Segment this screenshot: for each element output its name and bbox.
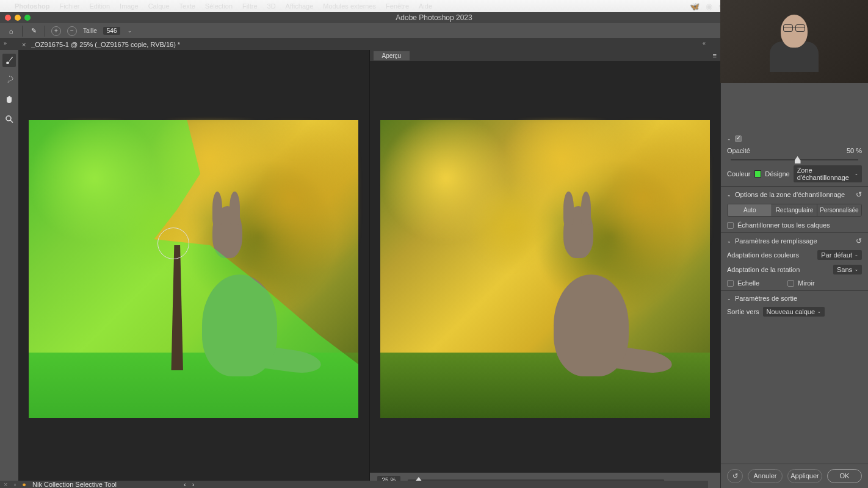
- window-close-button[interactable]: [5, 15, 11, 21]
- status-bullet-icon: ●: [22, 481, 26, 488]
- preview-menu-icon[interactable]: ≡: [713, 52, 720, 59]
- seg-rect-button[interactable]: Rectangulaire: [772, 204, 817, 216]
- scale-checkbox[interactable]: [727, 280, 734, 287]
- reset-fill-icon[interactable]: ↺: [856, 237, 862, 245]
- chevron-down-icon: ⌄: [727, 136, 731, 142]
- menu-edition[interactable]: Edition: [89, 2, 110, 10]
- status-plugin-label: Nik Collection Selective Tool: [32, 481, 117, 488]
- size-dropdown-icon[interactable]: ⌄: [128, 28, 132, 34]
- main-area: Aperçu ≡ 25 % Re ≡ ⌄ Opacité 50 %: [0, 50, 868, 488]
- status-close-icon[interactable]: ×: [4, 481, 7, 488]
- status-bar: × ▫ ● Nik Collection Selective Tool ‹ ›: [0, 481, 708, 488]
- chevron-down-icon: ⌄: [855, 267, 858, 272]
- reset-sampling-icon[interactable]: ↺: [856, 190, 862, 199]
- menu-fichier[interactable]: Fichier: [59, 2, 79, 10]
- chevron-down-icon: ⌄: [727, 296, 731, 301]
- status-butterfly-icon[interactable]: 🦋: [690, 2, 700, 11]
- menu-selection[interactable]: Sélection: [205, 2, 233, 10]
- mirror-label: Miroir: [798, 279, 815, 287]
- apply-button[interactable]: Appliquer: [787, 469, 822, 483]
- color-swatch[interactable]: [754, 170, 762, 178]
- opacity-value[interactable]: 50 %: [847, 147, 862, 154]
- opacity-slider[interactable]: [731, 159, 858, 160]
- overlay-section-header[interactable]: ⌄: [721, 133, 868, 145]
- chevron-down-icon: ⌄: [817, 309, 821, 314]
- tab-close-icon[interactable]: ×: [22, 41, 26, 48]
- chevron-down-icon: ⌄: [855, 171, 858, 176]
- fill-section-header[interactable]: ⌄ Paramètres de remplissage ↺: [721, 234, 868, 248]
- window-minimize-button[interactable]: [15, 15, 21, 21]
- canvas-area: Aperçu ≡ 25 %: [18, 50, 720, 488]
- menu-3d[interactable]: 3D: [267, 2, 276, 10]
- menu-image[interactable]: Image: [120, 2, 139, 10]
- menu-calque[interactable]: Calque: [148, 2, 170, 10]
- canvas-preview[interactable]: Aperçu ≡ 25 %: [369, 50, 721, 488]
- separator: [45, 26, 45, 37]
- rotation-adapt-label: Adaptation de la rotation: [727, 266, 800, 273]
- flyout-right-icon[interactable]: «: [703, 40, 706, 46]
- menu-app-name[interactable]: Photoshop: [15, 2, 49, 10]
- window-maximize-button[interactable]: [24, 15, 31, 21]
- menu-fenetre[interactable]: Fenêtre: [386, 2, 409, 10]
- chevron-down-icon: ⌄: [727, 239, 731, 244]
- sample-all-layers-checkbox[interactable]: [727, 222, 734, 229]
- status-box-icon[interactable]: ▫: [13, 481, 16, 488]
- color-label: Couleur: [727, 170, 751, 178]
- brush-subtract-button[interactable]: −: [67, 26, 77, 36]
- lasso-tool[interactable]: [2, 73, 16, 87]
- brush-preset-icon[interactable]: ✎: [29, 26, 38, 36]
- brush-tool[interactable]: [2, 54, 16, 67]
- source-image: [29, 120, 358, 418]
- designate-label: Désigne: [765, 170, 789, 178]
- fill-section-title: Paramètres de remplissage: [735, 237, 817, 245]
- sample-all-layers-label: Échantillonner tous les calques: [737, 221, 830, 229]
- undo-button[interactable]: ↺: [727, 469, 743, 483]
- document-tab[interactable]: × _OZ91675-1 @ 25% (_OZ91675 copie, RVB/…: [18, 40, 184, 49]
- document-tab-title: _OZ91675-1 @ 25% (_OZ91675 copie, RVB/16…: [31, 41, 180, 48]
- status-eye-icon[interactable]: ◉: [706, 2, 712, 11]
- menu-aide[interactable]: Aide: [419, 2, 432, 10]
- designate-dropdown[interactable]: Zone d'échantillonnage⌄: [794, 165, 862, 182]
- ok-button[interactable]: OK: [827, 469, 862, 483]
- brush-cursor: [157, 228, 189, 259]
- output-section-header[interactable]: ⌄ Paramètres de sortie: [721, 292, 868, 304]
- preview-image: [380, 120, 710, 418]
- traffic-lights: [0, 15, 31, 21]
- zoom-tool[interactable]: [2, 112, 16, 126]
- chevron-down-icon: ⌄: [727, 192, 731, 198]
- preview-tab[interactable]: Aperçu: [374, 51, 410, 60]
- menu-filtre[interactable]: Filtre: [242, 2, 257, 10]
- status-arrow-left-icon[interactable]: ‹: [184, 481, 186, 488]
- seg-auto-button[interactable]: Auto: [728, 204, 772, 216]
- hand-tool[interactable]: [2, 93, 16, 106]
- rotation-adapt-dropdown[interactable]: Sans⌄: [833, 265, 862, 274]
- output-to-dropdown[interactable]: Nouveau calque⌄: [763, 307, 825, 317]
- output-section-title: Paramètres de sortie: [735, 295, 797, 302]
- preview-tabbar: Aperçu ≡: [370, 50, 721, 61]
- menu-texte[interactable]: Texte: [179, 2, 195, 10]
- home-icon[interactable]: ⌂: [6, 26, 16, 36]
- chevron-down-icon: ⌄: [855, 253, 858, 257]
- sampling-section-title: Options de la zone d'échantillonnage: [735, 191, 845, 198]
- flyout-left-icon[interactable]: »: [4, 40, 7, 46]
- size-value[interactable]: 546: [103, 27, 121, 35]
- sampling-shape-segmented: Auto Rectangulaire Personnalisée: [727, 204, 862, 217]
- menu-modules[interactable]: Modules externes: [323, 2, 376, 10]
- size-label: Taille: [83, 27, 97, 34]
- canvas-source[interactable]: [18, 50, 369, 488]
- opacity-slider-thumb[interactable]: [795, 156, 801, 163]
- status-arrow-right-icon[interactable]: ›: [192, 481, 195, 488]
- sampling-section-header[interactable]: ⌄ Options de la zone d'échantillonnage ↺: [721, 188, 868, 201]
- svg-line-1: [10, 120, 13, 123]
- color-adapt-label: Adaptation des couleurs: [727, 251, 799, 259]
- cancel-button[interactable]: Annuler: [748, 469, 783, 483]
- dialog-buttons: ↺ Annuler Appliquer OK: [721, 464, 868, 488]
- brush-add-button[interactable]: +: [51, 26, 61, 36]
- menu-affichage[interactable]: Affichage: [286, 2, 314, 10]
- color-adapt-dropdown[interactable]: Par défaut⌄: [817, 250, 862, 260]
- window-title: Adobe Photoshop 2023: [396, 13, 472, 22]
- overlay-enable-checkbox[interactable]: [735, 135, 742, 142]
- mirror-checkbox[interactable]: [787, 280, 794, 287]
- svg-point-0: [6, 116, 11, 121]
- seg-custom-button[interactable]: Personnalisée: [817, 204, 861, 216]
